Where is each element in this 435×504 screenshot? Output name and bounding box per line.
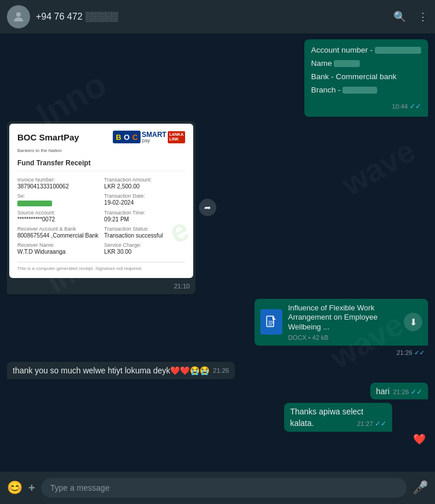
- document-name: Influence of Flexible Work Arrangement o…: [288, 303, 398, 333]
- download-button[interactable]: ⬇: [404, 313, 422, 331]
- service-charge-field: Service Charge: LKR 30.00: [104, 242, 185, 255]
- document-bubble-wrapper: Influence of Flexible Work Arrangement o…: [255, 299, 428, 358]
- receipt-time: 21:10: [174, 283, 190, 290]
- receiver-name-field: Receiver Name: W.T.D Widuraanga: [17, 242, 98, 255]
- doc-tick: ✓✓: [414, 349, 425, 356]
- receipt-main-title: Fund Transfer Receipt: [17, 159, 185, 171]
- contact-avatar[interactable]: [7, 5, 30, 28]
- invoice-value: 3879041333100062: [17, 183, 69, 190]
- chat-area: Inno wave Inno wave Account number - Nam…: [0, 34, 435, 472]
- account-number-redacted: [375, 47, 421, 54]
- receipt-time-row: 21:10: [9, 278, 193, 292]
- status-label: Transaction Status:: [104, 226, 185, 232]
- sender-redacted: [17, 201, 52, 206]
- date-field: Transaction Date: 19-02-2024: [104, 193, 185, 206]
- receiver-account-value: 8008675544 ,Commercial Bank: [17, 232, 98, 239]
- receiver-name-value: W.T.D Widuraanga: [17, 249, 65, 255]
- receiver-account-field: Receiver Account & Bank 8008675544 ,Comm…: [17, 226, 98, 239]
- date-label: Transaction Date:: [104, 193, 185, 199]
- search-icon[interactable]: 🔍: [393, 10, 406, 23]
- receipt-footer: This is a computer-generated receipt. Si…: [17, 262, 185, 271]
- branch-redacted: [342, 87, 377, 94]
- name-label: Name: [311, 59, 334, 68]
- heart-reaction-row: ❤️: [284, 433, 428, 446]
- account-number-line: Account number -: [311, 44, 421, 57]
- doc-size: 42 kB: [312, 334, 329, 341]
- pay-text: pay: [142, 138, 167, 143]
- thanks-time: 21:26: [213, 366, 229, 375]
- document-bubble: Influence of Flexible Work Arrangement o…: [255, 299, 428, 346]
- boc-c: C: [132, 133, 138, 142]
- document-meta: DOCX • 42 kB: [288, 334, 398, 341]
- boc-logo: B O C: [113, 131, 141, 143]
- message-account-info: Account number - Name Bank - Commercial …: [7, 39, 428, 117]
- input-bar: 😊 + 🎤: [0, 472, 435, 504]
- thanks-select-tick: ✓✓: [375, 420, 386, 428]
- smart-text: SMART: [142, 131, 167, 138]
- emoji-button[interactable]: 😊: [7, 480, 23, 495]
- smart-pay-text: SMART pay: [142, 131, 167, 143]
- contact-name[interactable]: +94 76 472 ░░░░░: [36, 12, 388, 22]
- message-document: Influence of Flexible Work Arrangement o…: [7, 299, 428, 358]
- amount-field: Transaction Amount: LKR 2,500.00: [104, 177, 185, 190]
- forward-receipt-button[interactable]: ➦: [199, 199, 216, 216]
- branch-label: Branch -: [311, 86, 343, 94]
- lankalink-logo: LANKALINK: [168, 131, 186, 143]
- source-label: Source Account:: [17, 210, 98, 216]
- status-value: Transaction successful: [104, 232, 163, 239]
- receipt-title-section: BOC SmartPay: [17, 132, 79, 142]
- amount-value: LKR 2,500.00: [104, 183, 139, 190]
- sender-label: Se:: [17, 193, 98, 199]
- message-input[interactable]: [41, 478, 407, 498]
- boc-receipt: BOC SmartPay B O C SMART pay: [9, 124, 193, 277]
- thanks-bubble: thank you so much welwe htiyt lokuma dey…: [7, 362, 235, 379]
- thanks-text: thank you so much welwe htiyt lokuma dey…: [13, 366, 209, 375]
- doc-separator: •: [308, 334, 312, 341]
- name-redacted: [334, 60, 360, 67]
- thanks-select-bubble: Thanks apiwa select kalata. 21:27 ✓✓: [284, 403, 392, 431]
- document-info: Influence of Flexible Work Arrangement o…: [288, 303, 398, 342]
- hari-text: hari: [376, 387, 389, 396]
- receiver-name-label: Receiver Name:: [17, 242, 98, 248]
- service-charge-label: Service Charge:: [104, 242, 185, 248]
- header-actions: 🔍 ⋮: [393, 10, 428, 23]
- doc-time-row: 21:26 ✓✓: [255, 346, 428, 357]
- invoice-label: Invoice Number:: [17, 177, 98, 183]
- receipt-subtitle: Bankers to the Nation: [17, 148, 185, 153]
- mic-button[interactable]: 🎤: [412, 480, 428, 495]
- menu-icon[interactable]: ⋮: [418, 10, 428, 23]
- svg-point-0: [16, 12, 21, 17]
- receiver-account-label: Receiver Account & Bank: [17, 226, 98, 232]
- boc-logos: B O C SMART pay LANKALINK: [113, 131, 185, 143]
- heart-reaction: ❤️: [413, 433, 426, 445]
- message-time: 10:44 ✓✓: [392, 101, 421, 112]
- sender-field: Se:: [17, 193, 98, 206]
- hari-bubble: hari 21:26 ✓✓: [370, 383, 428, 400]
- receipt-header: BOC SmartPay B O C SMART pay: [17, 131, 185, 143]
- attach-button[interactable]: +: [28, 481, 35, 495]
- boc-title: BOC SmartPay: [17, 132, 79, 142]
- status-field: Transaction Status: Transaction successf…: [104, 226, 185, 239]
- amount-label: Transaction Amount:: [104, 177, 185, 183]
- receipt-wrapper: BOC SmartPay B O C SMART pay: [7, 121, 196, 294]
- time-value: 09:21 PM: [104, 216, 129, 223]
- invoice-field: Invoice Number: 3879041333100062: [17, 177, 98, 190]
- time-label: Transaction Time:: [104, 210, 185, 216]
- boc-logo-container: B O C SMART pay LANKALINK: [113, 131, 185, 143]
- name-line: Name: [311, 57, 421, 71]
- branch-line: Branch -: [311, 84, 421, 97]
- boc-b: B: [116, 133, 121, 142]
- boc-o: O: [124, 133, 130, 142]
- message-receipt: BOC SmartPay B O C SMART pay: [7, 121, 428, 294]
- service-charge-value: LKR 30.00: [104, 249, 131, 255]
- message-thanks-select: Thanks apiwa select kalata. 21:27 ✓✓ ❤️: [7, 403, 428, 445]
- document-icon: [260, 309, 282, 335]
- thanks-select-text: Thanks apiwa select kalata.: [290, 407, 363, 428]
- thanks-select-wrapper: Thanks apiwa select kalata. 21:27 ✓✓ ❤️: [284, 403, 428, 445]
- sender-value: [17, 199, 52, 206]
- account-number-label: Account number -: [311, 46, 375, 54]
- message-thanks: thank you so much welwe htiyt lokuma dey…: [7, 362, 428, 379]
- doc-time: 21:26 ✓✓: [396, 349, 425, 356]
- chat-header: +94 76 472 ░░░░░ 🔍 ⋮: [0, 0, 435, 34]
- source-value: ***********0072: [17, 216, 55, 223]
